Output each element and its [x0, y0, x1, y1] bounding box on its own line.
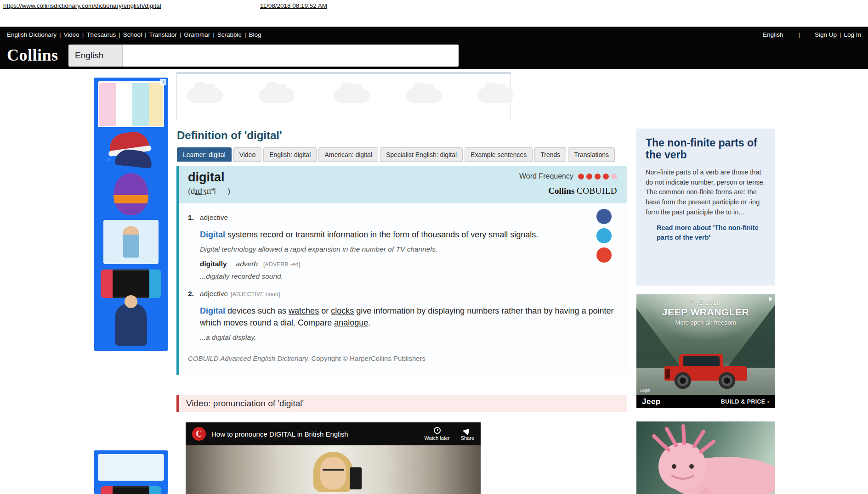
- switch-left-joycon: [101, 269, 113, 298]
- ad-legal-link[interactable]: Legal: [640, 388, 650, 393]
- build-and-price-button[interactable]: BUILD & PRICE ›: [721, 399, 769, 405]
- ad-product-figure-image: [115, 303, 147, 346]
- video-frame[interactable]: [186, 445, 481, 494]
- grammar-read-more-link[interactable]: Read more about 'The non-finite parts of…: [646, 223, 766, 242]
- nav-blog[interactable]: Blog: [247, 31, 264, 38]
- cloud-placeholder-icon: [334, 88, 369, 103]
- copyright-text: Copyright © HarperCollins Publishers: [309, 354, 425, 362]
- nav-thesaurus[interactable]: Thesaurus: [84, 31, 118, 38]
- nav-separator: |: [798, 31, 800, 38]
- ad-line-1: THE 2018: [636, 300, 775, 306]
- xref-link-clocks[interactable]: clocks: [331, 306, 354, 315]
- cloud-placeholder-icon: [406, 88, 442, 103]
- derived-example-sentence: ...digitally recorded sound.: [200, 272, 617, 281]
- sense-2: 2. adjective[ADJECTIVE noun] Digital dev…: [188, 290, 617, 342]
- tab-trends[interactable]: Trends: [534, 147, 566, 162]
- ad-product-dollhouse-image: [98, 81, 164, 127]
- search-input[interactable]: [123, 45, 459, 67]
- xref-link-transmit[interactable]: transmit: [295, 230, 325, 239]
- tab-english-digital[interactable]: English: digital: [263, 147, 317, 162]
- nav-right-group: English | Sign Up | Log In: [760, 31, 863, 38]
- presenter-face: [320, 457, 346, 489]
- headword-link[interactable]: Digital: [200, 306, 225, 315]
- jeep-wheel: [675, 372, 691, 389]
- nav-school[interactable]: School: [121, 31, 144, 38]
- definition-text: Digital devices such as watches or clock…: [200, 305, 617, 329]
- channel-avatar[interactable]: C: [192, 427, 206, 441]
- sense-number: 2.: [188, 290, 194, 298]
- pron-close-paren: ): [228, 187, 231, 196]
- ad-product-hats-image: [103, 130, 159, 169]
- sense-1: 1. adjective Digital systems record or t…: [188, 213, 617, 281]
- tab-video[interactable]: Video: [233, 147, 262, 162]
- tab-learner-digital[interactable]: Learner: digital: [177, 147, 232, 162]
- xref-link-thousands[interactable]: thousands: [421, 230, 459, 239]
- word-frequency-dots: [578, 174, 617, 180]
- definition-fragment: devices such as: [225, 306, 289, 315]
- switch-screen: [113, 486, 149, 494]
- video-title-link[interactable]: How to pronounce DIGITAL in British Engl…: [211, 430, 348, 438]
- cloud-placeholder-icon: [477, 88, 513, 103]
- collins-logo[interactable]: Collins: [7, 46, 58, 64]
- watch-later-button[interactable]: Watch later: [424, 427, 449, 441]
- site-language-selector[interactable]: English: [760, 31, 786, 38]
- youtube-video-embed[interactable]: C How to pronounce DIGITAL in British En…: [186, 422, 481, 494]
- grammar-card-body: Non-finite parts of a verb are those tha…: [646, 168, 766, 218]
- entry-header: digital (dɪdʒɪtəl) Word Frequency Collin…: [179, 166, 627, 203]
- nav-english-dictionary[interactable]: English Dictionary: [5, 31, 59, 38]
- switch-screen: [113, 269, 149, 298]
- ad-line-2: JEEP WRANGLER: [636, 307, 775, 318]
- adchoices-icon[interactable]: [769, 296, 773, 302]
- ad-headline: THE 2018 JEEP WRANGLER More open-air fre…: [636, 300, 775, 326]
- axolotl-article-image[interactable]: [636, 421, 775, 494]
- example-sentence: ...a digital display.: [200, 333, 617, 342]
- dictionary-entry-card: digital (dɪdʒɪtəl) Word Frequency Collin…: [176, 166, 627, 375]
- nav-grammar[interactable]: Grammar: [182, 31, 212, 38]
- copyright-line: COBUILD Advanced English Dictionary. Cop…: [188, 354, 617, 362]
- derived-word-link[interactable]: digitally: [200, 260, 227, 268]
- example-sentence: Digital technology allowed a rapid expan…: [200, 245, 617, 253]
- youtube-title-bar: C How to pronounce DIGITAL in British En…: [186, 422, 481, 445]
- nav-translator[interactable]: Translator: [147, 31, 179, 38]
- left-sidebar-ad-secondary[interactable]: [94, 450, 168, 494]
- tab-translations[interactable]: Translations: [568, 147, 615, 162]
- jeep-wrangler-ad[interactable]: THE 2018 JEEP WRANGLER More open-air fre…: [636, 294, 775, 408]
- xref-link-watches[interactable]: watches: [289, 306, 319, 315]
- share-label: Share: [461, 435, 474, 441]
- login-link[interactable]: Log In: [841, 31, 863, 38]
- capture-timestamp: 11/08/2018 08:19:52 AM: [260, 2, 327, 9]
- definition-fragment: or: [319, 306, 331, 315]
- share-button[interactable]: Share: [461, 427, 474, 441]
- nav-scrabble[interactable]: Scrabble: [215, 31, 244, 38]
- frequency-dot-filled-icon: [578, 174, 584, 180]
- pron-stressed-part: ɪdʒ: [195, 187, 206, 196]
- brand-cobuild: COBUILD: [577, 186, 617, 196]
- search-language-dropdown[interactable]: English: [68, 45, 123, 67]
- axolotl-illustration: [636, 421, 775, 494]
- signup-link[interactable]: Sign Up: [812, 31, 839, 38]
- word-frequency-label: Word Frequency: [519, 172, 573, 180]
- ad-product-nintendo-switch-image: [101, 486, 161, 494]
- clock-icon: [434, 427, 441, 434]
- left-sidebar-ad[interactable]: i: [94, 78, 168, 351]
- headword-link[interactable]: Digital: [200, 230, 225, 239]
- collins-cobuild-brand: Collins COBUILD: [548, 186, 617, 196]
- derived-part-of-speech: adverb: [236, 260, 258, 268]
- frequency-dot-filled-icon: [603, 174, 609, 180]
- page-title: Definition of 'digital': [177, 129, 282, 142]
- xref-link-analogue[interactable]: analogue: [334, 318, 368, 327]
- tab-specialist-english-digital[interactable]: Specialist English: digital: [380, 147, 463, 162]
- video-section-title: Video: pronunciation of 'digital': [186, 399, 304, 409]
- adchoices-icon[interactable]: i: [160, 79, 166, 85]
- pron-part: l: [214, 187, 216, 196]
- ad-bottom-bar: Jeep BUILD & PRICE ›: [636, 395, 775, 408]
- tab-american-digital[interactable]: American: digital: [318, 147, 378, 162]
- nav-video[interactable]: Video: [62, 31, 82, 38]
- switch-left-joycon: [101, 486, 113, 494]
- top-nav: English Dictionary | Video | Thesaurus |…: [0, 27, 868, 42]
- entry-body: 1. adjective Digital systems record or t…: [179, 203, 627, 375]
- browser-header: https://www.collinsdictionary.com/dictio…: [0, 1, 868, 12]
- switch-right-joycon: [149, 486, 161, 494]
- word-frequency: Word Frequency: [519, 172, 617, 180]
- tab-example-sentences[interactable]: Example sentences: [465, 147, 533, 162]
